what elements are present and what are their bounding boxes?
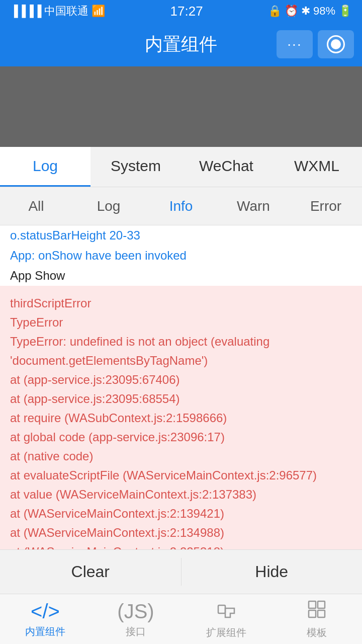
lock-icon: 🔒 — [268, 5, 282, 18]
nav-ext[interactable]: 扩展组件 — [181, 594, 272, 644]
tab-wxml[interactable]: WXML — [272, 147, 362, 187]
error-line-9: at (native code) — [10, 447, 352, 466]
error-line-6: at (app-service.js:23095:68554) — [10, 389, 352, 409]
status-left: ▐▐▐▐ 中国联通 📶 — [10, 4, 105, 19]
svg-rect-1 — [309, 601, 316, 608]
record-icon — [327, 35, 345, 53]
error-line-1: thirdScriptError — [10, 294, 352, 313]
error-line-5: at (app-service.js:23095:67406) — [10, 370, 352, 389]
battery-label: 98% — [313, 5, 335, 18]
log-line-onshow: App: onShow have been invoked — [0, 246, 362, 266]
error-line-11: at value (WAServiceMainContext.js:2:1373… — [10, 485, 352, 504]
hide-button[interactable]: Hide — [182, 550, 363, 594]
svg-rect-3 — [309, 610, 316, 617]
signal-icon: ▐▐▐▐ — [10, 5, 41, 18]
ext-icon — [216, 599, 236, 624]
header-buttons: ··· — [277, 30, 354, 58]
nav-template-label: 模板 — [307, 626, 327, 639]
svg-rect-4 — [318, 610, 325, 617]
tab-system[interactable]: System — [90, 147, 181, 187]
error-line-12: at (WAServiceMainContext.js:2:139421) — [10, 504, 352, 523]
nav-template[interactable]: 模板 — [272, 594, 362, 644]
time-label: 17:27 — [170, 4, 203, 19]
record-inner — [331, 39, 341, 49]
nav-api-label: 接口 — [126, 625, 146, 638]
error-line-10: at evaluateScriptFile (WAServiceMainCont… — [10, 466, 352, 485]
log-line-statusbar: o.statusBarHeight 20-33 — [0, 225, 362, 246]
error-line-8: at global code (app-service.js:23096:17) — [10, 428, 352, 447]
wifi-icon: 📶 — [92, 5, 105, 18]
components-icon: </> — [31, 600, 60, 623]
tab-bar-1: Log System WeChat WXML — [0, 147, 362, 187]
bottom-nav: </> 内置组件 (JS) 接口 扩展组件 模板 — [0, 594, 362, 644]
status-bar: ▐▐▐▐ 中国联通 📶 17:27 🔒 ⏰ ✱ 98% 🔋 — [0, 0, 362, 22]
dots-icon: ··· — [287, 36, 302, 52]
tab-log[interactable]: Log — [0, 147, 90, 187]
filter-warn[interactable]: Warn — [217, 187, 290, 225]
header: 内置组件 ··· — [0, 22, 362, 66]
action-bar: Clear Hide — [0, 549, 362, 594]
bluetooth-icon: ✱ — [301, 5, 310, 18]
nav-components[interactable]: </> 内置组件 — [0, 594, 90, 644]
nav-components-label: 内置组件 — [25, 625, 65, 638]
filter-log[interactable]: Log — [72, 187, 145, 225]
preview-area — [0, 66, 362, 147]
error-line-3: TypeError: undefined is not an object (e… — [10, 332, 352, 351]
filter-info[interactable]: Info — [145, 187, 217, 225]
error-line-13: at (WAServiceMainContext.js:2:134988) — [10, 523, 352, 542]
carrier-label: 中国联通 — [44, 4, 88, 19]
error-line-2: TypeError — [10, 313, 352, 332]
clear-button[interactable]: Clear — [0, 550, 181, 594]
alarm-icon: ⏰ — [285, 5, 298, 18]
nav-api[interactable]: (JS) 接口 — [90, 594, 181, 644]
error-line-4: 'document.getElementsByTagName') — [10, 351, 352, 370]
svg-rect-2 — [318, 601, 325, 608]
record-button[interactable] — [318, 30, 354, 58]
battery-icon: 🔋 — [338, 5, 352, 18]
nav-ext-label: 扩展组件 — [206, 626, 246, 639]
svg-rect-0 — [218, 605, 225, 613]
error-line-7: at require (WASubContext.js:2:1598666) — [10, 409, 352, 428]
tab-bar-2: All Log Info Warn Error — [0, 187, 362, 225]
filter-all[interactable]: All — [0, 187, 72, 225]
status-right: 🔒 ⏰ ✱ 98% 🔋 — [268, 5, 352, 18]
more-button[interactable]: ··· — [277, 30, 313, 58]
log-line-appshow: App Show — [0, 266, 362, 286]
api-icon: (JS) — [117, 600, 154, 623]
header-title: 内置组件 — [145, 32, 217, 57]
template-icon — [307, 599, 327, 624]
filter-error[interactable]: Error — [290, 187, 362, 225]
tab-wechat[interactable]: WeChat — [181, 147, 272, 187]
